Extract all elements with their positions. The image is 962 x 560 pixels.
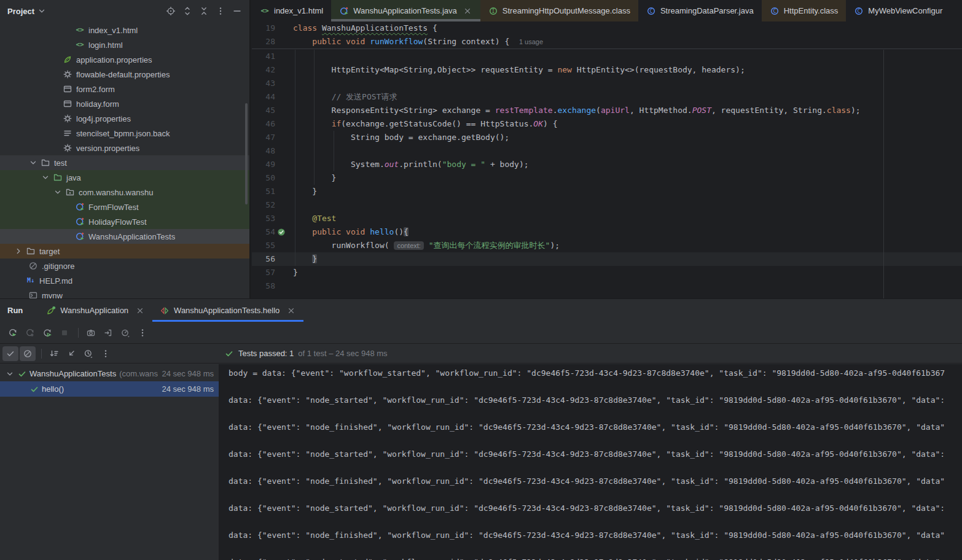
panel-options-icon[interactable]: [216, 6, 225, 16]
code-line-41[interactable]: 41: [252, 50, 962, 63]
html-icon: <>: [75, 40, 85, 50]
chevron-down-icon[interactable]: [5, 369, 15, 379]
editor-tab-streaminghttpoutputmessage-class[interactable]: IStreamingHttpOutputMessage.class: [480, 0, 638, 21]
tree-item-index-v1-html[interactable]: <>index_v1.html: [0, 23, 249, 37]
chevron-down-icon[interactable]: [53, 187, 63, 197]
toolbar-separator: [41, 349, 42, 359]
test-result-hello-[interactable]: hello() 24 sec 948 ms: [0, 381, 219, 397]
code-line-47[interactable]: 47 String body = exchange.getBody();: [252, 131, 962, 144]
test-result-wanshuapplicationtests[interactable]: WanshuApplicationTests(com.wanshu.w 24 s…: [0, 366, 219, 381]
more-button[interactable]: [135, 325, 151, 340]
more-button[interactable]: [98, 346, 114, 361]
close-tab-icon[interactable]: [135, 306, 145, 316]
editor-tab-index-v1-html[interactable]: <>index_v1.html: [252, 0, 331, 21]
run-tab-wanshuapplication[interactable]: WanshuApplication: [39, 299, 152, 322]
collapse-all-icon[interactable]: [199, 6, 209, 16]
editor-tab-httpentity-class[interactable]: CHttpEntity.class: [762, 0, 847, 21]
tree-item-java[interactable]: java: [0, 170, 249, 185]
code-line-57[interactable]: 57 }: [252, 266, 962, 279]
sort-by-duration-button[interactable]: [46, 346, 62, 361]
code-line-53[interactable]: 53 @Test: [252, 212, 962, 225]
project-panel-title: Project: [7, 7, 34, 16]
code-line-55[interactable]: 55 runWorkflow( context: "查询出每个流程实例的审批时长…: [252, 239, 962, 252]
tree-item-login-html[interactable]: <>login.html: [0, 37, 249, 52]
editor-tab-mywebviewconfigur[interactable]: CMyWebViewConfigur: [846, 0, 950, 21]
svg-text:C: C: [858, 9, 861, 14]
line-number: 47: [252, 131, 275, 144]
rerun-button[interactable]: [5, 325, 21, 340]
package-icon: [65, 187, 75, 197]
tree-item-label: log4j.properties: [76, 114, 131, 123]
code-line-42[interactable]: 42 HttpEntity<Map<String,Object>> reques…: [252, 63, 962, 77]
auto-test-button[interactable]: [39, 325, 55, 340]
expand-all-icon[interactable]: [182, 6, 192, 16]
show-passed-button[interactable]: [2, 346, 18, 361]
project-panel: Project <>index_v1.html <>login.html app…: [0, 0, 251, 298]
thread-dump-button[interactable]: [83, 325, 99, 340]
export-test-results-button[interactable]: [100, 325, 116, 340]
code-line-19[interactable]: 19 class WanshuApplicationTests {: [252, 21, 962, 35]
run-panel-content: WanshuApplicationTests(com.wanshu.w 24 s…: [0, 364, 962, 560]
code-line-44[interactable]: 44 // 发送POST请求: [252, 90, 962, 104]
code-line-54[interactable]: 54 public void hello(){: [252, 225, 962, 239]
tree-item-com-wanshu-wanshu[interactable]: com.wanshu.wanshu: [0, 185, 249, 200]
test-history-button[interactable]: [80, 346, 96, 361]
test-results-tree: WanshuApplicationTests(com.wanshu.w 24 s…: [0, 364, 219, 560]
code-line-28[interactable]: 28 public void runWorkflow(String contex…: [252, 35, 962, 49]
tree-item-application-properties[interactable]: application.properties: [0, 52, 249, 67]
rerun-failed-button[interactable]: [22, 325, 38, 340]
code-line-51[interactable]: 51 }: [252, 185, 962, 198]
chevron-down-icon[interactable]: [41, 173, 50, 182]
tree-item-target[interactable]: target: [0, 244, 249, 259]
editor-code[interactable]: 41 42 HttpEntity<Map<String,Object>> req…: [252, 50, 962, 298]
tree-item-flowable-default-properties[interactable]: flowable-default.properties: [0, 67, 249, 82]
svg-text:C: C: [773, 9, 776, 14]
locate-file-icon[interactable]: [166, 6, 176, 16]
code-line-58[interactable]: 58: [252, 279, 962, 293]
tree-item--gitignore[interactable]: .gitignore: [0, 259, 249, 273]
editor-tab-label: index_v1.html: [274, 6, 323, 15]
project-title-chevron-down-icon[interactable]: [37, 6, 47, 16]
close-tab-icon[interactable]: [286, 306, 296, 316]
project-tree-scrollbar[interactable]: [245, 103, 248, 204]
show-ignored-button[interactable]: [20, 346, 36, 361]
code-line-48[interactable]: 48: [252, 144, 962, 158]
code-line-45[interactable]: 45 ResponseEntity<String> exchange = res…: [252, 104, 962, 117]
tree-item-wanshuapplicationtests[interactable]: WanshuApplicationTests: [0, 229, 249, 244]
line-number: 56: [252, 252, 275, 266]
chevron-right-icon[interactable]: [14, 246, 23, 256]
tree-item-log4j-properties[interactable]: log4j.properties: [0, 111, 249, 126]
code-line-43[interactable]: 43: [252, 77, 962, 90]
tree-item-stencilset-bpmn-json-back[interactable]: stencilset_bpmn.json.back: [0, 126, 249, 141]
hide-panel-icon[interactable]: [232, 6, 242, 16]
code-line-49[interactable]: 49 System.out.println("body = " + body);: [252, 158, 962, 171]
close-tab-icon[interactable]: [463, 6, 472, 16]
tree-item-holiday-form[interactable]: holiday.form: [0, 96, 249, 111]
chevron-down-icon[interactable]: [28, 158, 38, 168]
test-passed-gutter-icon[interactable]: [276, 227, 286, 237]
test-result-label: WanshuApplicationTests: [29, 369, 116, 378]
html-icon: <>: [75, 25, 85, 35]
import-test-results-button[interactable]: [63, 346, 79, 361]
test-duration: 24 sec 948 ms: [158, 384, 214, 394]
code-line-52[interactable]: 52: [252, 198, 962, 212]
stop-button[interactable]: [57, 325, 72, 340]
run-tab-wanshuapplicationtests-hello[interactable]: WanshuApplicationTests.hello: [152, 299, 303, 322]
tree-item-help-md[interactable]: M↓HELP.md: [0, 273, 249, 288]
tree-item-formflowtest[interactable]: FormFlowTest: [0, 200, 249, 214]
coverage-gauge-button[interactable]: [117, 325, 133, 340]
code-line-56[interactable]: 56 }: [252, 252, 962, 266]
editor-tab-label: WanshuApplicationTests.java: [353, 6, 457, 15]
editor-tab-streamingdataparser-java[interactable]: CStreamingDataParser.java: [638, 0, 762, 21]
tree-item-mvnw[interactable]: mvnw: [0, 288, 249, 298]
tree-item-holidayflowtest[interactable]: HolidayFlowTest: [0, 214, 249, 229]
test-package-suffix: (com.wanshu.w: [119, 369, 158, 378]
run-toolbar: [0, 322, 962, 344]
tree-item-test[interactable]: test: [0, 155, 249, 170]
code-line-46[interactable]: 46 if(exchange.getStatusCode() == HttpSt…: [252, 117, 962, 131]
editor-tab-wanshuapplicationtests-java[interactable]: WanshuApplicationTests.java: [331, 0, 480, 21]
code-line-50[interactable]: 50 }: [252, 171, 962, 185]
tree-item-version-properties[interactable]: version.properties: [0, 141, 249, 155]
tree-item-form2-form[interactable]: form2.form: [0, 82, 249, 96]
test-console-output[interactable]: body = data: {"event": "workflow_started…: [219, 364, 962, 560]
